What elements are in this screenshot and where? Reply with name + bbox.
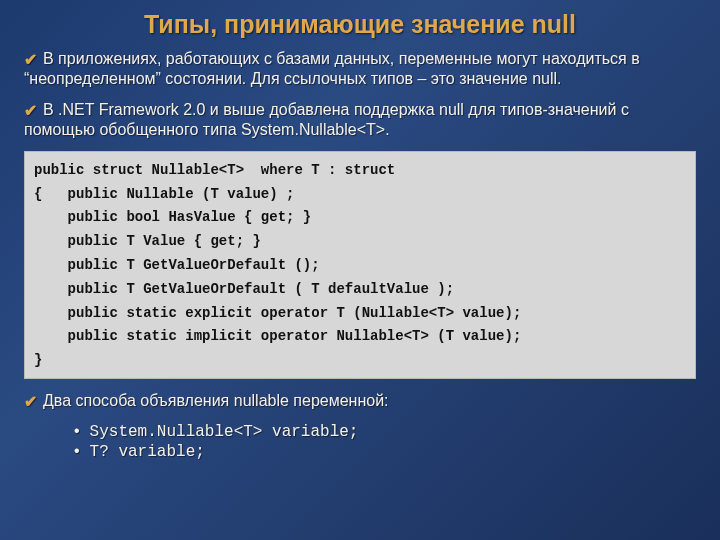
- checkmark-icon: ✔: [24, 392, 37, 412]
- code-block: public struct Nullable<T> where T : stru…: [24, 151, 696, 379]
- declaration-item-2: •T? variable;: [72, 442, 696, 463]
- code-line: public static implicit operator Nullable…: [34, 328, 521, 344]
- declaration-1-text: System.Nullable<T> variable;: [90, 423, 359, 441]
- declaration-item-1: •System.Nullable<T> variable;: [72, 422, 696, 443]
- paragraph-2: ✔В .NET Framework 2.0 и выше добавлена п…: [24, 100, 696, 141]
- paragraph-3: ✔Два способа объявления nullable перемен…: [24, 391, 696, 411]
- code-line: public T GetValueOrDefault ();: [34, 257, 320, 273]
- code-line: public T Value { get; }: [34, 233, 261, 249]
- paragraph-1: ✔В приложениях, работающих с базами данн…: [24, 49, 696, 90]
- code-line: public static explicit operator T (Nulla…: [34, 305, 521, 321]
- paragraph-3-text: Два способа объявления nullable переменн…: [43, 392, 389, 409]
- slide-title: Типы, принимающие значение null: [24, 10, 696, 39]
- checkmark-icon: ✔: [24, 50, 37, 70]
- bullet-icon: •: [72, 442, 82, 463]
- code-line: { public Nullable (T value) ;: [34, 186, 294, 202]
- code-line: public bool HasValue { get; }: [34, 209, 311, 225]
- code-line: public T GetValueOrDefault ( T defaultVa…: [34, 281, 454, 297]
- paragraph-1-text: В приложениях, работающих с базами данны…: [24, 50, 640, 87]
- paragraph-2-text: В .NET Framework 2.0 и выше добавлена по…: [24, 101, 629, 138]
- bullet-icon: •: [72, 422, 82, 443]
- checkmark-icon: ✔: [24, 101, 37, 121]
- code-line: public struct Nullable<T> where T : stru…: [34, 162, 395, 178]
- code-line: }: [34, 352, 42, 368]
- declaration-2-text: T? variable;: [90, 443, 205, 461]
